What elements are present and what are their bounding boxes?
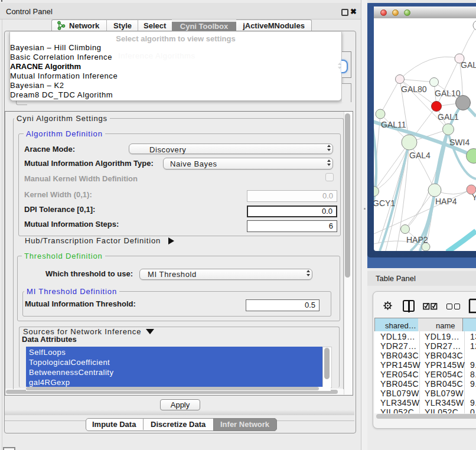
svg-text:GAL80: GAL80 [401, 84, 427, 94]
svg-text:GAL11: GAL11 [381, 120, 406, 129]
svg-text:GAL7: GAL7 [461, 60, 476, 70]
svg-text:GAL1: GAL1 [438, 112, 459, 122]
svg-text:GAL4: GAL4 [409, 151, 431, 160]
svg-text:HAP2: HAP2 [406, 235, 428, 244]
svg-text:YE: YE [472, 193, 476, 202]
svg-text:HAP4: HAP4 [435, 197, 457, 206]
svg-text:GCY1: GCY1 [374, 198, 395, 208]
svg-text:SWI4: SWI4 [449, 138, 470, 147]
svg-text:GAL10: GAL10 [435, 89, 461, 98]
